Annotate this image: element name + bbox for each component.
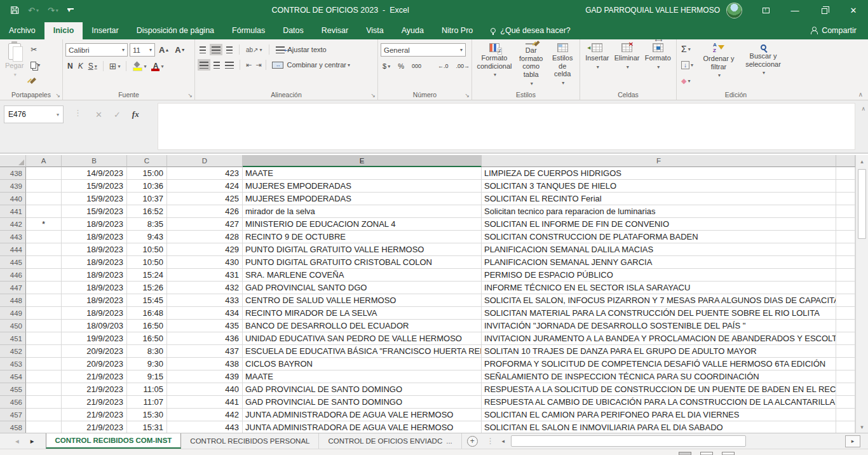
cell[interactable]: 18/9/2023	[62, 294, 127, 307]
cell[interactable]	[26, 269, 62, 282]
cell[interactable]: RESPUESTA A LA SOLICITUD DE CONSTRUCCION…	[482, 383, 836, 396]
cell[interactable]	[26, 421, 62, 433]
cell[interactable]: LIMPIEZA DE CUERPOS HIDRIGOS	[482, 167, 836, 180]
column-header-D[interactable]: D	[167, 155, 243, 167]
orientation-button[interactable]: ab↗	[244, 44, 264, 55]
autosum-button[interactable]: Σ	[679, 43, 695, 55]
row-header[interactable]: 447	[0, 282, 26, 294]
row-header[interactable]: 440	[0, 193, 26, 205]
cell[interactable]: PUNTO DIGITAL GRATUITO VALLE HERMOSO	[243, 243, 482, 256]
row-header[interactable]: 438	[0, 167, 26, 180]
sheet-tab-control-de-oficios-enviados[interactable]: CONTROL DE OFICIOS ENVIADC ...	[319, 433, 461, 449]
cell[interactable]: 434	[167, 307, 243, 320]
cell[interactable]: JUNTA ADMINISTRADORA DE AGUA VALE HERMOS…	[243, 421, 482, 433]
cell[interactable]: ESCUELA DE EDUCATIVA BÁSICA "FRANCISCO H…	[243, 345, 482, 358]
next-sheet-icon[interactable]: ▸	[31, 437, 34, 445]
cell[interactable]	[26, 243, 62, 256]
cell[interactable]: 18/9/2023	[62, 256, 127, 269]
wrap-text-button[interactable]: Ajustar texto	[274, 44, 329, 55]
cell[interactable]	[836, 218, 855, 231]
cell[interactable]	[836, 409, 855, 421]
cell[interactable]	[26, 282, 62, 294]
ribbon-display-options-button[interactable]	[751, 0, 780, 20]
cell[interactable]	[836, 307, 855, 320]
cell[interactable]	[26, 180, 62, 193]
fill-color-button[interactable]	[130, 60, 148, 72]
enter-icon[interactable]: ✓	[114, 110, 121, 119]
cell[interactable]: MAATE	[243, 370, 482, 383]
row-header[interactable]: 454	[0, 370, 26, 383]
cell[interactable]: 425	[167, 193, 243, 205]
insert-cells-button[interactable]: Insertar	[583, 42, 611, 88]
name-box[interactable]: E476▾	[4, 105, 64, 123]
shrink-font-button[interactable]: A▼	[173, 44, 187, 56]
page-layout-view-icon[interactable]	[700, 452, 713, 455]
cell[interactable]	[26, 409, 62, 421]
cell[interactable]: 15:24	[127, 269, 167, 282]
increase-indent-button[interactable]: ⇥	[254, 59, 262, 71]
avatar[interactable]	[726, 3, 742, 18]
cell[interactable]: 9:43	[127, 231, 167, 243]
tab-ayuda[interactable]: Ayuda	[393, 22, 433, 39]
row-header[interactable]: 448	[0, 294, 26, 307]
tab-revisar[interactable]: Revisar	[313, 22, 357, 39]
vertical-scrollbar-thumb[interactable]	[858, 169, 866, 239]
cell[interactable]: 18/9/2023	[62, 307, 127, 320]
cell[interactable]: 441	[167, 396, 243, 409]
cell[interactable]: SOLITAN 10 TRAJES DE DANZA PARA EL GRUPO…	[482, 345, 836, 358]
cell[interactable]: 443	[167, 421, 243, 433]
cell[interactable]: 435	[167, 320, 243, 332]
cell[interactable]: 438	[167, 358, 243, 370]
row-header[interactable]: 445	[0, 256, 26, 269]
cell[interactable]: MINISTERIO DE EDUCACION ZONAL 4	[243, 218, 482, 231]
horizontal-scrollbar-thumb[interactable]	[511, 435, 746, 447]
cell[interactable]: 424	[167, 180, 243, 193]
cell[interactable]: 18/9/2023	[62, 282, 127, 294]
share-button[interactable]: Compartir	[799, 22, 868, 39]
cell[interactable]: 437	[167, 345, 243, 358]
cell[interactable]	[836, 345, 855, 358]
scroll-left-icon[interactable]: ◂	[498, 438, 508, 444]
column-header-C[interactable]: C	[127, 155, 167, 167]
cell[interactable]	[836, 167, 855, 180]
cell[interactable]	[836, 358, 855, 370]
fill-button[interactable]: ↓	[679, 59, 695, 71]
row-header[interactable]: 451	[0, 332, 26, 345]
cell[interactable]: SOLICITAN EL CAMION PARA PERIFONEO PARA …	[482, 409, 836, 421]
currency-button[interactable]: $	[381, 60, 392, 72]
cell[interactable]: 428	[167, 231, 243, 243]
insert-function-icon[interactable]: fx	[132, 109, 139, 119]
column-header-E[interactable]: E	[243, 155, 482, 167]
row-header[interactable]: 443	[0, 231, 26, 243]
cell[interactable]	[836, 294, 855, 307]
cell[interactable]	[26, 345, 62, 358]
cell[interactable]: INVITACION JURAMENTO A LA BANDEA Y PROCL…	[482, 332, 836, 345]
row-header[interactable]: 442	[0, 218, 26, 231]
formula-bar-expand-icon[interactable]: ∧	[861, 105, 865, 112]
row-header[interactable]: 450	[0, 320, 26, 332]
cell[interactable]: 8:30	[127, 345, 167, 358]
cell[interactable]: 15:45	[127, 294, 167, 307]
cell[interactable]: 15:30	[127, 409, 167, 421]
cell[interactable]	[836, 332, 855, 345]
vertical-scrollbar[interactable]: ▴ ▾	[855, 155, 868, 433]
row-header[interactable]: 455	[0, 383, 26, 396]
cell[interactable]	[836, 383, 855, 396]
cell[interactable]: INVITACIÓN "JORNADA DE DESARROLLO SOSTEN…	[482, 320, 836, 332]
cell[interactable]: 439	[167, 370, 243, 383]
redo-button[interactable]: ↷	[48, 6, 58, 15]
undo-button[interactable]: ↶	[28, 6, 39, 15]
column-header-A[interactable]: A	[26, 155, 62, 167]
cell[interactable]: CICLOS BAYRON	[243, 358, 482, 370]
cell[interactable]: *	[26, 218, 62, 231]
cell[interactable]	[26, 231, 62, 243]
cell[interactable]: GAD PROVINCIAL DE SANTO DOMINGO	[243, 396, 482, 409]
align-top-button[interactable]	[198, 44, 208, 55]
cell[interactable]: 423	[167, 167, 243, 180]
clipboard-dialog-launcher[interactable]: ↘	[55, 92, 60, 98]
cell[interactable]	[26, 396, 62, 409]
row-header[interactable]: 446	[0, 269, 26, 282]
cell[interactable]: 433	[167, 294, 243, 307]
cell[interactable]	[836, 421, 855, 433]
cell[interactable]: Solicitan tecnico para reparacion de lum…	[482, 205, 836, 218]
